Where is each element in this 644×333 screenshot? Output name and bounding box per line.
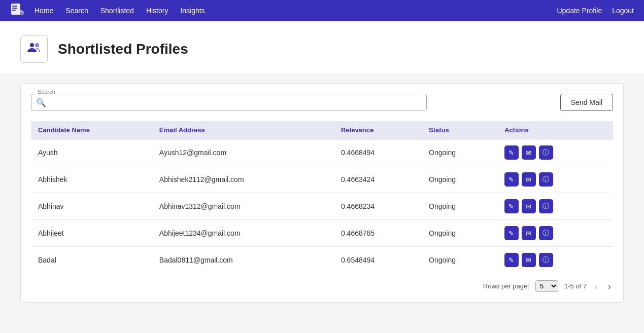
update-profile-link[interactable]: Update Profile — [557, 7, 602, 15]
mail-button-2[interactable]: ✉ — [522, 199, 536, 213]
navbar-right: Update Profile Logout — [557, 7, 634, 15]
cell-name: Badal — [31, 247, 152, 274]
search-icon: 🔍 — [36, 98, 46, 107]
col-header-name: Candidate Name — [31, 121, 152, 139]
search-input[interactable] — [31, 94, 427, 111]
cell-actions: ✎ ✉ ⓘ — [497, 166, 613, 193]
nav-home[interactable]: Home — [35, 7, 53, 15]
table-row: Ayush Ayush12@gmail.com 0.4668494 Ongoin… — [31, 139, 613, 166]
info-button-4[interactable]: ⓘ — [539, 253, 553, 267]
cell-name: Abhinav — [31, 193, 152, 220]
table-row: Abhinav Abhinav1312@gmail.com 0.4668234 … — [31, 193, 613, 220]
svg-rect-1 — [12, 6, 17, 7]
table-row: Badal Badal0811@gmail.com 0.6548494 Ongo… — [31, 247, 613, 274]
cell-email: Ayush12@gmail.com — [152, 139, 334, 166]
cell-relevance: 0.4663424 — [334, 166, 422, 193]
prev-page-button[interactable]: ‹ — [593, 282, 600, 291]
cell-relevance: 0.4668494 — [334, 139, 422, 166]
svg-text:+: + — [20, 12, 22, 15]
navbar: + Home Search Shortlisted History Insigh… — [0, 0, 644, 21]
candidates-table: Candidate Name Email Address Relevance S… — [31, 121, 613, 273]
col-header-email: Email Address — [152, 121, 334, 139]
cell-status: Ongoing — [422, 166, 497, 193]
main-content: Search 🔍 Send Mail Candidate Name Email … — [0, 73, 644, 313]
nav-search[interactable]: Search — [65, 7, 88, 15]
cell-status: Ongoing — [422, 139, 497, 166]
svg-point-7 — [35, 43, 39, 47]
send-mail-button[interactable]: Send Mail — [560, 94, 613, 111]
cell-name: Abhishek — [31, 166, 152, 193]
search-field-wrapper: Search 🔍 — [31, 94, 427, 111]
page-range: 1-5 of 7 — [564, 282, 587, 290]
edit-button-0[interactable]: ✎ — [504, 145, 519, 160]
page-title: Shortlisted Profiles — [58, 41, 188, 57]
mail-button-3[interactable]: ✉ — [522, 226, 536, 240]
cell-actions: ✎ ✉ ⓘ — [497, 220, 613, 247]
cell-status: Ongoing — [422, 220, 497, 247]
edit-button-1[interactable]: ✎ — [504, 172, 519, 187]
table-header-row: Candidate Name Email Address Relevance S… — [31, 121, 613, 139]
page-icon — [26, 40, 42, 59]
col-header-status: Status — [422, 121, 497, 139]
rows-per-page-select[interactable]: 5 10 25 — [535, 280, 558, 292]
cell-relevance: 0.4668234 — [334, 193, 422, 220]
nav-insights[interactable]: Insights — [180, 7, 205, 15]
cell-status: Ongoing — [422, 193, 497, 220]
cell-email: Abhijeet1234@gmail.com — [152, 220, 334, 247]
svg-rect-2 — [12, 8, 17, 9]
cell-relevance: 0.6548494 — [334, 247, 422, 274]
cell-actions: ✎ ✉ ⓘ — [497, 193, 613, 220]
table-row: Abhijeet Abhijeet1234@gmail.com 0.466878… — [31, 220, 613, 247]
info-button-1[interactable]: ⓘ — [539, 172, 553, 187]
mail-button-0[interactable]: ✉ — [522, 145, 536, 160]
rows-per-page-label: Rows per page: — [483, 282, 529, 290]
cell-status: Ongoing — [422, 247, 497, 274]
cell-name: Abhijeet — [31, 220, 152, 247]
table-row: Abhishek Abhishek2112@gmail.com 0.466342… — [31, 166, 613, 193]
col-header-actions: Actions — [497, 121, 613, 139]
cell-email: Abhishek2112@gmail.com — [152, 166, 334, 193]
edit-button-2[interactable]: ✎ — [504, 199, 519, 213]
nav-shortlisted[interactable]: Shortlisted — [100, 7, 134, 15]
cell-email: Abhinav1312@gmail.com — [152, 193, 334, 220]
mail-button-4[interactable]: ✉ — [522, 253, 536, 267]
search-label: Search — [36, 89, 57, 95]
cell-actions: ✎ ✉ ⓘ — [497, 139, 613, 166]
mail-button-1[interactable]: ✉ — [522, 172, 536, 187]
col-header-relevance: Relevance — [334, 121, 422, 139]
cell-name: Ayush — [31, 139, 152, 166]
svg-rect-3 — [12, 10, 16, 11]
logo-icon: + — [10, 3, 26, 19]
svg-point-6 — [30, 43, 34, 47]
next-page-button[interactable]: › — [606, 282, 613, 291]
info-button-0[interactable]: ⓘ — [539, 145, 553, 160]
page-icon-box — [20, 35, 48, 63]
card: Search 🔍 Send Mail Candidate Name Email … — [20, 83, 624, 303]
edit-button-4[interactable]: ✎ — [504, 253, 519, 267]
info-button-2[interactable]: ⓘ — [539, 199, 553, 213]
pagination-row: Rows per page: 5 10 25 1-5 of 7 ‹ › — [31, 280, 613, 292]
info-button-3[interactable]: ⓘ — [539, 226, 553, 240]
nav-history[interactable]: History — [146, 7, 168, 15]
edit-button-3[interactable]: ✎ — [504, 226, 519, 240]
cell-relevance: 0.4668785 — [334, 220, 422, 247]
logout-link[interactable]: Logout — [612, 7, 634, 15]
page-header: Shortlisted Profiles — [0, 21, 644, 73]
cell-email: Badal0811@gmail.com — [152, 247, 334, 274]
cell-actions: ✎ ✉ ⓘ — [497, 247, 613, 274]
search-row: Search 🔍 Send Mail — [31, 94, 613, 111]
nav-links: Home Search Shortlisted History Insights — [35, 7, 557, 15]
